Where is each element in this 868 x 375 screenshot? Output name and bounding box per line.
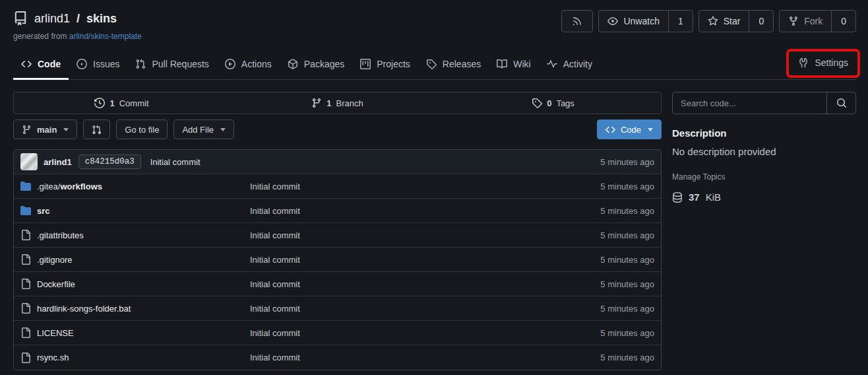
chevron-down-icon bbox=[63, 128, 69, 131]
file-commit-time: 5 minutes ago bbox=[555, 279, 654, 289]
file-commit-message[interactable]: Initial commit bbox=[250, 230, 555, 240]
repo-size: 37 KiB bbox=[672, 191, 856, 203]
table-row: src Initial commit 5 minutes ago bbox=[14, 199, 661, 223]
file-link[interactable]: LICENSE bbox=[20, 327, 250, 338]
file-icon bbox=[20, 254, 31, 265]
git-compare-icon bbox=[92, 125, 102, 135]
commit-hash-link[interactable]: c84215d0a3 bbox=[78, 154, 141, 169]
file-commit-message[interactable]: Initial commit bbox=[250, 182, 555, 191]
database-icon bbox=[672, 192, 683, 203]
file-icon bbox=[20, 230, 31, 240]
chevron-down-icon bbox=[648, 128, 653, 131]
file-icon bbox=[20, 303, 31, 314]
project-board-icon bbox=[360, 59, 371, 69]
commit-message-link[interactable]: Initial commit bbox=[150, 157, 201, 167]
watchers-count[interactable]: 1 bbox=[668, 11, 693, 32]
code-icon bbox=[21, 59, 32, 69]
watch-button-group: Unwatch 1 bbox=[598, 10, 693, 32]
tab-code[interactable]: Code bbox=[13, 52, 69, 80]
manage-topics-link[interactable]: Manage Topics bbox=[672, 172, 856, 182]
table-row: Dockerfile Initial commit 5 minutes ago bbox=[14, 272, 661, 296]
file-commit-time: 5 minutes ago bbox=[555, 328, 654, 338]
description-heading: Description bbox=[672, 127, 856, 139]
issue-icon bbox=[77, 59, 87, 69]
tab-releases[interactable]: Releases bbox=[418, 52, 489, 80]
go-to-file-button[interactable]: Go to file bbox=[116, 119, 168, 139]
code-icon bbox=[605, 125, 615, 135]
branch-icon bbox=[311, 98, 322, 108]
tab-wiki[interactable]: Wiki bbox=[489, 52, 538, 80]
tab-packages[interactable]: Packages bbox=[280, 52, 352, 80]
file-commit-message[interactable]: Initial commit bbox=[250, 206, 555, 216]
tab-projects[interactable]: Projects bbox=[352, 52, 418, 80]
compare-button[interactable] bbox=[83, 119, 110, 139]
folder-icon bbox=[20, 205, 31, 216]
repo-owner-link[interactable]: arlind1 bbox=[34, 12, 70, 26]
fork-icon bbox=[788, 16, 799, 26]
file-commit-time: 5 minutes ago bbox=[555, 182, 654, 191]
code-download-button[interactable]: Code bbox=[597, 119, 662, 139]
table-row: .gitignore Initial commit 5 minutes ago bbox=[14, 248, 661, 272]
tab-settings[interactable]: Settings bbox=[791, 52, 855, 75]
branch-selector[interactable]: main bbox=[13, 119, 77, 139]
file-link[interactable]: rsync.sh bbox=[20, 353, 250, 363]
file-commit-time: 5 minutes ago bbox=[555, 304, 654, 314]
repo-name-link[interactable]: skins bbox=[86, 12, 117, 26]
tag-icon bbox=[532, 98, 542, 108]
commit-author-link[interactable]: arlind1 bbox=[44, 157, 72, 167]
file-link[interactable]: .gitea/workflows bbox=[20, 181, 250, 191]
table-row: LICENSE Initial commit 5 minutes ago bbox=[14, 321, 661, 345]
table-row: hardlink-songs-folder.bat Initial commit… bbox=[14, 296, 661, 321]
repo-size-value: 37 bbox=[689, 191, 700, 203]
stars-count[interactable]: 0 bbox=[749, 11, 773, 32]
rss-icon bbox=[572, 16, 582, 26]
eye-icon bbox=[607, 16, 618, 26]
star-button-group: Star 0 bbox=[698, 10, 774, 32]
table-row: rsync.sh Initial commit 5 minutes ago bbox=[14, 345, 661, 370]
file-link[interactable]: src bbox=[20, 205, 250, 216]
tags-stat[interactable]: 0 Tags bbox=[445, 92, 661, 114]
tools-icon bbox=[798, 57, 809, 68]
commits-stat[interactable]: 1 Commit bbox=[14, 92, 230, 114]
pull-request-icon bbox=[135, 59, 146, 69]
file-commit-message[interactable]: Initial commit bbox=[250, 353, 555, 362]
branch-icon bbox=[22, 125, 32, 135]
rss-button[interactable] bbox=[561, 10, 593, 32]
file-icon bbox=[20, 353, 31, 363]
search-input[interactable] bbox=[673, 92, 826, 114]
description-text: No description provided bbox=[672, 146, 856, 157]
file-link[interactable]: hardlink-songs-folder.bat bbox=[20, 303, 250, 314]
tab-actions[interactable]: Actions bbox=[217, 52, 280, 80]
tab-issues[interactable]: Issues bbox=[69, 52, 127, 80]
latest-commit-row: arlind1 c84215d0a3 Initial commit 5 minu… bbox=[14, 150, 661, 174]
search-button[interactable] bbox=[826, 92, 855, 114]
add-file-button[interactable]: Add File bbox=[173, 119, 234, 139]
file-link[interactable]: .gitignore bbox=[20, 254, 250, 265]
forks-count[interactable]: 0 bbox=[831, 11, 855, 32]
file-table: arlind1 c84215d0a3 Initial commit 5 minu… bbox=[13, 149, 662, 370]
unwatch-button[interactable]: Unwatch bbox=[599, 11, 667, 32]
repo-nav: Code Issues Pull Requests Actions Packag… bbox=[13, 49, 856, 80]
repo-action-buttons: Unwatch 1 Star 0 Fork bbox=[561, 10, 856, 32]
file-commit-message[interactable]: Initial commit bbox=[250, 279, 555, 289]
author-avatar[interactable] bbox=[20, 153, 38, 170]
file-link[interactable]: Dockerfile bbox=[20, 279, 250, 289]
star-icon bbox=[708, 16, 718, 26]
folder-icon bbox=[20, 181, 31, 191]
repo-title: arlind1 / skins bbox=[13, 11, 142, 26]
repo-header: arlind1 / skins generated from arlind/sk… bbox=[0, 0, 868, 80]
repo-stats-bar: 1 Commit 1 Branch 0 Tags bbox=[13, 92, 662, 114]
file-icon bbox=[20, 279, 31, 289]
file-commit-message[interactable]: Initial commit bbox=[250, 328, 555, 338]
search-icon bbox=[836, 98, 847, 108]
tab-pull-requests[interactable]: Pull Requests bbox=[127, 52, 216, 80]
book-icon bbox=[497, 59, 507, 69]
fork-button[interactable]: Fork bbox=[780, 11, 831, 32]
file-link[interactable]: .gitattributes bbox=[20, 230, 250, 240]
file-commit-message[interactable]: Initial commit bbox=[250, 255, 555, 265]
branches-stat[interactable]: 1 Branch bbox=[230, 92, 445, 114]
template-repo-link[interactable]: arlind/skins-template bbox=[69, 32, 142, 41]
star-button[interactable]: Star bbox=[699, 11, 749, 32]
tab-activity[interactable]: Activity bbox=[539, 52, 600, 80]
file-commit-message[interactable]: Initial commit bbox=[250, 304, 555, 314]
